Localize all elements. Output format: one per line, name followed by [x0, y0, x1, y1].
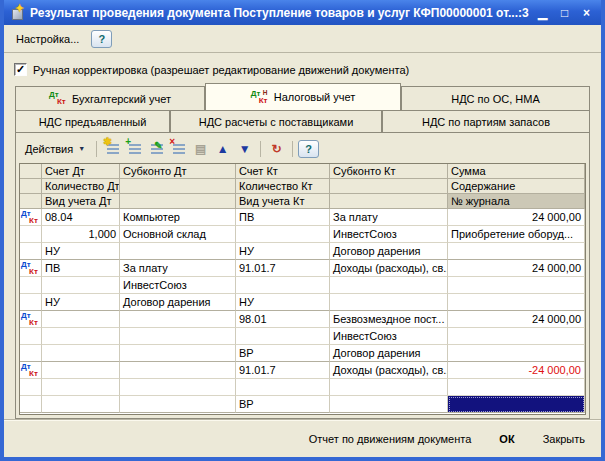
sum-cell[interactable] — [448, 396, 585, 413]
account-dt-cell[interactable]: 1,000 — [42, 226, 120, 243]
report-movements-button[interactable]: Отчет по движениям документа — [305, 431, 476, 447]
account-dt-cell[interactable] — [42, 328, 120, 345]
subconto-dt-cell[interactable]: Компьютер — [120, 209, 236, 226]
movement-row[interactable]: ДтКт91.01.7Доходы (расходы), св...-24 00… — [20, 362, 585, 379]
account-kt-cell[interactable] — [236, 226, 330, 243]
subconto-kt-cell[interactable]: За плату — [330, 209, 448, 226]
sum-cell[interactable]: 24 000,00 — [448, 260, 585, 277]
subconto-dt-cell[interactable]: ИнвестСоюз — [120, 277, 236, 294]
movement-row[interactable]: ВР — [20, 396, 585, 413]
actions-menu-button[interactable]: Действия ▼ — [21, 141, 91, 157]
close-button[interactable]: × — [578, 4, 595, 22]
movement-row[interactable] — [20, 379, 585, 396]
subconto-kt-cell[interactable] — [330, 396, 448, 413]
subconto-kt-cell[interactable]: ИнвестСоюз — [330, 226, 448, 243]
account-dt-cell[interactable] — [42, 362, 120, 379]
account-dt-cell[interactable]: НУ — [42, 294, 120, 311]
add-row-button[interactable]: ✱ — [102, 139, 123, 158]
ok-button[interactable]: ОК — [495, 431, 518, 447]
account-kt-cell[interactable]: ПВ — [236, 209, 330, 226]
movement-row[interactable]: НУДоговор даренияНУ — [20, 294, 585, 311]
movement-row[interactable]: ДтКтПВЗа плату91.01.7Доходы (расходы), с… — [20, 260, 585, 277]
tab-accounting[interactable]: ДтКт Бухгалтерский учет — [15, 86, 205, 110]
sum-cell[interactable] — [448, 379, 585, 396]
movement-row[interactable]: НУНУДоговор дарения — [20, 243, 585, 260]
move-up-button[interactable]: ▲ — [212, 139, 233, 158]
tab-vat-presented[interactable]: НДС предъявленный — [15, 110, 170, 133]
subconto-dt-cell[interactable] — [120, 362, 236, 379]
subconto-dt-cell[interactable] — [120, 311, 236, 328]
account-kt-cell[interactable]: 91.01.7 — [236, 260, 330, 277]
movement-row[interactable]: ДтКт08.04КомпьютерПВЗа плату24 000,00 — [20, 209, 585, 226]
edit-row-button[interactable]: ✎ — [146, 139, 167, 158]
levels-button[interactable]: ▤ — [190, 139, 211, 158]
account-dt-cell[interactable] — [42, 379, 120, 396]
account-dt-cell[interactable] — [42, 396, 120, 413]
movement-row[interactable]: 1,000Основной складИнвестСоюзПриобретени… — [20, 226, 585, 243]
subconto-kt-cell[interactable]: ИнвестСоюз — [330, 328, 448, 345]
movement-row[interactable]: ИнвестСоюз — [20, 277, 585, 294]
subconto-dt-cell[interactable] — [120, 328, 236, 345]
account-kt-cell[interactable]: НУ — [236, 243, 330, 260]
account-dt-cell[interactable] — [42, 345, 120, 362]
account-kt-cell[interactable]: 91.01.7 — [236, 362, 330, 379]
dt-kt-icon: ДтКт — [49, 91, 67, 106]
sum-cell[interactable] — [448, 294, 585, 311]
account-kt-cell[interactable] — [236, 277, 330, 294]
account-dt-cell[interactable]: ПВ — [42, 260, 120, 277]
sum-cell[interactable]: 24 000,00 — [448, 311, 585, 328]
manual-correction-checkbox[interactable]: ✓ — [14, 63, 27, 76]
subconto-dt-cell[interactable]: Основной склад — [120, 226, 236, 243]
account-dt-cell[interactable] — [42, 277, 120, 294]
account-dt-cell[interactable]: НУ — [42, 243, 120, 260]
tab-tax-accounting[interactable]: ДтНКт Налоговый учет — [205, 83, 401, 110]
sum-cell[interactable]: Приобретение оборуд... — [448, 226, 585, 243]
account-dt-cell[interactable] — [42, 311, 120, 328]
movement-row[interactable]: ИнвестСоюз — [20, 328, 585, 345]
move-down-button[interactable]: ▼ — [234, 139, 255, 158]
sum-cell[interactable] — [448, 345, 585, 362]
subconto-dt-cell[interactable]: За плату — [120, 260, 236, 277]
close-window-button[interactable]: Закрыть — [539, 431, 589, 447]
subconto-kt-cell[interactable]: Договор дарения — [330, 345, 448, 362]
tab-vat-stock-batches[interactable]: НДС по партиям запасов — [382, 110, 590, 133]
account-dt-cell[interactable]: 08.04 — [42, 209, 120, 226]
account-kt-cell[interactable] — [236, 328, 330, 345]
movements-grid[interactable]: Счет ДтСубконто ДтСчет КтСубконто КтСумм… — [19, 163, 586, 415]
subconto-kt-cell[interactable] — [330, 379, 448, 396]
account-kt-cell[interactable] — [236, 379, 330, 396]
subconto-kt-cell[interactable]: Доходы (расходы), св... — [330, 260, 448, 277]
refresh-button[interactable]: ↻ — [266, 139, 287, 158]
tab-vat-supplier-settlements[interactable]: НДС расчеты с поставщиками — [170, 110, 382, 133]
sum-cell[interactable] — [448, 277, 585, 294]
sum-cell[interactable]: -24 000,00 — [448, 362, 585, 379]
help-button[interactable]: ? — [91, 30, 112, 48]
subconto-kt-cell[interactable] — [330, 277, 448, 294]
maximize-button[interactable]: □ — [556, 4, 573, 22]
delete-row-button[interactable]: × — [168, 139, 189, 158]
toolbar-help-button[interactable]: ? — [298, 140, 319, 158]
sum-cell[interactable] — [448, 243, 585, 260]
movement-row[interactable]: ВРДоговор дарения — [20, 345, 585, 362]
minimize-button[interactable]: ▁ — [534, 4, 551, 22]
subconto-dt-cell[interactable] — [120, 243, 236, 260]
header-account-kt-cell: Вид учета Кт — [236, 194, 330, 209]
subconto-kt-cell[interactable]: Доходы (расходы), св... — [330, 362, 448, 379]
subconto-kt-cell[interactable] — [330, 294, 448, 311]
account-kt-cell[interactable]: ВР — [236, 396, 330, 413]
subconto-dt-cell[interactable] — [120, 345, 236, 362]
account-kt-cell[interactable]: 98.01 — [236, 311, 330, 328]
menu-settings[interactable]: Настройка... — [14, 31, 81, 47]
tab-vat-os-nma[interactable]: НДС по ОС, НМА — [401, 86, 590, 110]
subconto-kt-cell[interactable]: Договор дарения — [330, 243, 448, 260]
account-kt-cell[interactable]: НУ — [236, 294, 330, 311]
subconto-dt-cell[interactable] — [120, 396, 236, 413]
copy-row-button[interactable]: + — [124, 139, 145, 158]
movement-row[interactable]: ДтКт98.01Безвозмездное пост...24 000,00 — [20, 311, 585, 328]
sum-cell[interactable]: 24 000,00 — [448, 209, 585, 226]
sum-cell[interactable] — [448, 328, 585, 345]
subconto-dt-cell[interactable]: Договор дарения — [120, 294, 236, 311]
subconto-kt-cell[interactable]: Безвозмездное пост... — [330, 311, 448, 328]
subconto-dt-cell[interactable] — [120, 379, 236, 396]
account-kt-cell[interactable]: ВР — [236, 345, 330, 362]
